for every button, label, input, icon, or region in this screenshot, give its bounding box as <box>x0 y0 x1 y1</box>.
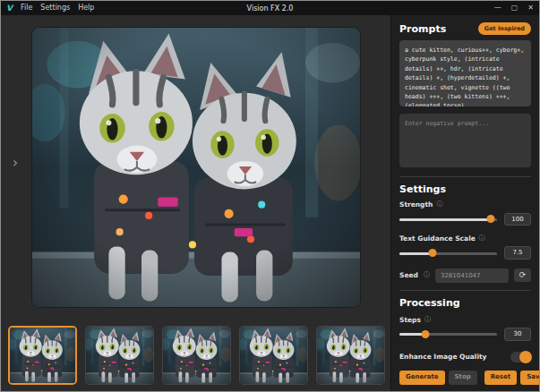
info-icon: ⓘ <box>424 272 430 278</box>
close-icon[interactable]: ✕ <box>527 4 534 12</box>
thumbnail-strip <box>8 326 385 385</box>
thumbnail-2[interactable] <box>85 326 154 385</box>
prompt-input[interactable]: a cute kitten, curious++, cyborg+, cyber… <box>399 40 531 107</box>
app-logo-icon: V <box>6 4 13 13</box>
info-icon: ⓘ <box>436 201 442 208</box>
title-bar: V File Settings Help Vision FX 2.0 — ▢ ✕ <box>1 1 539 15</box>
prompts-heading: Prompts <box>399 24 446 34</box>
guidance-label: Text Guidance Scale <box>399 235 476 243</box>
seed-label: Seed <box>399 272 418 279</box>
menu-settings[interactable]: Settings <box>40 4 70 12</box>
guidance-value: 7.5 <box>504 246 531 259</box>
menu-file[interactable]: File <box>21 4 32 12</box>
info-icon: ⓘ <box>424 317 431 323</box>
guidance-slider-knob[interactable] <box>429 249 437 257</box>
save-button[interactable]: Save <box>520 371 540 385</box>
maximize-icon[interactable]: ▢ <box>511 4 519 12</box>
chevron-right-icon[interactable]: › <box>13 157 18 170</box>
steps-label: Steps <box>399 317 421 324</box>
generated-image <box>32 28 360 307</box>
action-bar: Generate Stop Reset Save <box>399 371 531 385</box>
window-controls: — ▢ ✕ <box>494 4 534 12</box>
menu-help[interactable]: Help <box>78 4 94 12</box>
thumbnail-5[interactable] <box>316 326 385 385</box>
minimize-icon[interactable]: — <box>494 4 501 12</box>
strength-value: 100 <box>504 213 531 226</box>
thumbnail-4[interactable] <box>239 326 308 385</box>
steps-slider-knob[interactable] <box>422 330 430 338</box>
steps-value: 30 <box>504 328 531 340</box>
control-panel: Prompts Get Inspired a cute kitten, curi… <box>390 15 539 391</box>
info-icon: ⓘ <box>479 235 485 242</box>
get-inspired-button[interactable]: Get Inspired <box>478 22 531 35</box>
thumbnail-1[interactable] <box>8 326 77 385</box>
strength-slider[interactable] <box>399 215 497 224</box>
thumbnail-3[interactable] <box>162 326 231 385</box>
negative-prompt-input[interactable] <box>399 114 531 167</box>
enhance-quality-label: Enhance Image Quality <box>399 354 486 361</box>
app-window: V File Settings Help Vision FX 2.0 — ▢ ✕… <box>0 0 540 392</box>
generate-button[interactable]: Generate <box>399 371 445 385</box>
seed-input[interactable] <box>435 268 509 283</box>
steps-slider[interactable] <box>399 329 497 338</box>
divider <box>399 176 531 177</box>
refresh-seed-icon[interactable]: ⟳ <box>514 268 531 282</box>
toggle-knob <box>519 351 532 363</box>
strength-slider-knob[interactable] <box>487 215 495 223</box>
enhance-quality-toggle[interactable] <box>510 352 531 362</box>
guidance-slider[interactable] <box>399 249 497 258</box>
strength-label: Strength <box>399 201 433 209</box>
kittens-artwork <box>32 28 360 307</box>
settings-heading: Settings <box>399 184 531 194</box>
divider <box>399 290 531 291</box>
image-viewer-area: › <box>1 15 392 391</box>
reset-button[interactable]: Reset <box>484 371 517 385</box>
processing-heading: Processing <box>399 298 531 308</box>
stop-button[interactable]: Stop <box>449 371 477 385</box>
